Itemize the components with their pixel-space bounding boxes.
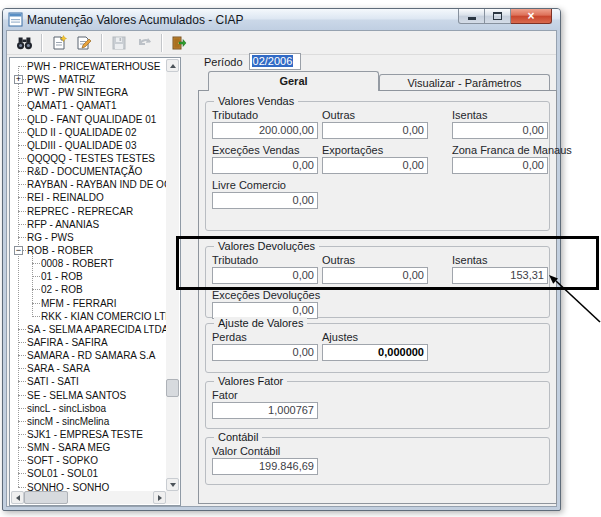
tree-item-rg-pws[interactable]: RG - PWS: [11, 231, 166, 244]
field-fator-input[interactable]: 1,000767: [212, 402, 318, 419]
field-exportacoes-input[interactable]: 0,00: [322, 157, 428, 174]
collapse-icon[interactable]: −: [14, 246, 23, 255]
field-excecoes-vendas-input[interactable]: 0,00: [212, 157, 318, 174]
scroll-left-button[interactable]: [11, 491, 24, 504]
tree-item-mfm-ferrari[interactable]: MFM - FERRARI: [11, 297, 166, 310]
tab-page-geral: Valores VendasTributado200.000,00Outras0…: [198, 90, 557, 504]
tree-item-qamat1-qamat1[interactable]: QAMAT1 - QAMAT1: [11, 99, 166, 112]
scroll-right-button[interactable]: [153, 491, 166, 504]
tree-item-pws-matriz[interactable]: +PWS - MATRIZ: [11, 73, 166, 86]
tree-item-label: PWT - PW SINTEGRA: [27, 87, 128, 98]
search-button[interactable]: [12, 32, 36, 54]
field-tributado-input[interactable]: 0,00: [212, 267, 318, 284]
expand-icon[interactable]: +: [14, 75, 23, 84]
tree-horizontal-scrollbar[interactable]: [11, 491, 166, 504]
tree-item-label: REPREC - REPRECAR: [27, 206, 133, 217]
tree-item-label: RAYBAN - RAYBAN IND DE OCULO: [27, 179, 166, 190]
tree-item-smn-sara-meg[interactable]: SMN - SARA MEG: [11, 441, 166, 454]
tree-item-soft-sopko[interactable]: SOFT - SOPKO: [11, 454, 166, 467]
tree-item-label: RFP - ANANIAS: [27, 219, 99, 230]
save-icon: [111, 35, 127, 51]
close-button[interactable]: ×: [511, 9, 552, 24]
periodo-input[interactable]: 02/2006: [249, 53, 301, 70]
field-isentas-input[interactable]: 0,00: [452, 122, 548, 139]
scroll-up-button[interactable]: [166, 59, 179, 72]
tree-item-label: SOFT - SOPKO: [27, 455, 98, 466]
new-button[interactable]: [47, 32, 71, 54]
tree-item-label: SOL01 - SOL01: [27, 468, 98, 479]
field-zona-franca-de-manaus-input[interactable]: 0,00: [452, 157, 548, 174]
tree-item-rkk-kian-comercio-ltda[interactable]: RKK - KIAN COMERCIO LTDA: [11, 310, 166, 323]
tree-item-sincl-sinclisboa[interactable]: sincL - sincLisboa: [11, 402, 166, 415]
tab-label: Geral: [279, 75, 307, 87]
tree-item-01-rob[interactable]: 01 - ROB: [11, 270, 166, 283]
field-isentas-input[interactable]: 153,31: [452, 267, 548, 284]
vertical-scroll-thumb[interactable]: [166, 379, 179, 397]
tree-item-02-rob[interactable]: 02 - ROB: [11, 283, 166, 296]
field-label: Perdas: [212, 332, 318, 343]
undo-button[interactable]: [132, 32, 156, 54]
tree-item-safira-safira[interactable]: SAFIRA - SAFIRA: [11, 336, 166, 349]
tree-item-sjk1-empresa-teste[interactable]: SJK1 - EMPRESA TESTE: [11, 428, 166, 441]
tree-item-sa-selma-aparecida-ltda[interactable]: SA - SELMA APARECIDA LTDA: [11, 323, 166, 336]
tree-item-rayban-rayban-ind-de-oculo[interactable]: RAYBAN - RAYBAN IND DE OCULO: [11, 178, 166, 191]
field-livre-comercio-input[interactable]: 0,00: [212, 192, 318, 209]
toolbar-separator: [41, 34, 42, 52]
field-exportacoes: Exportações0,00: [322, 145, 428, 174]
minimize-button[interactable]: [458, 9, 485, 24]
field-excecoes-devolucoes: Exceções Devoluções0,00: [212, 290, 318, 319]
field-perdas-input[interactable]: 0,00: [212, 344, 318, 361]
edit-button[interactable]: [72, 32, 96, 54]
group-valores-vendas: Valores VendasTributado200.000,00Outras0…: [205, 101, 550, 231]
field-ajustes-input[interactable]: 0,000000: [322, 344, 428, 361]
tree-item-rei-reinaldo[interactable]: REI - REINALDO: [11, 191, 166, 204]
tree-item-qld-ii-qualidade-02[interactable]: QLD II - QUALIDADE 02: [11, 126, 166, 139]
tree-item-label: 0008 - ROBERT: [41, 258, 114, 269]
toolbar-separator: [101, 34, 102, 52]
tree-item-r-d-documentacao[interactable]: R&D - DOCUMENTAÇÃO: [11, 165, 166, 178]
title-bar[interactable]: Manutenção Valores Acumulados - CIAP ×: [3, 9, 560, 30]
tree-item-sara-sara[interactable]: SARA - SARA: [11, 362, 166, 375]
tree-item-qqqqq-testes-testes[interactable]: QQQQQ - TESTES TESTES: [11, 152, 166, 165]
horizontal-scroll-thumb[interactable]: [24, 491, 68, 504]
tree-item-sol01-sol01[interactable]: SOL01 - SOL01: [11, 467, 166, 480]
tree-item-label: QLDIII - QUALIDADE 03: [27, 140, 136, 151]
tree-item-rfp-ananias[interactable]: RFP - ANANIAS: [11, 218, 166, 231]
tree-item-label: 01 - ROB: [41, 271, 83, 282]
tree-item-sincm-sincmelina[interactable]: sincM - sincMelina: [11, 415, 166, 428]
maximize-button[interactable]: [485, 9, 511, 24]
tree-vertical-scrollbar[interactable]: [166, 59, 179, 491]
save-button[interactable]: [107, 32, 131, 54]
tree-item-pwt-pw-sintegra[interactable]: PWT - PW SINTEGRA: [11, 86, 166, 99]
tree-item-label: QAMAT1 - QAMAT1: [27, 100, 117, 111]
periodo-label: Período: [204, 56, 243, 68]
tree-item-label: SAFIRA - SAFIRA: [27, 337, 108, 348]
tree-item-reprec-reprecar[interactable]: REPREC - REPRECAR: [11, 205, 166, 218]
tree-item-qldiii-qualidade-03[interactable]: QLDIII - QUALIDADE 03: [11, 139, 166, 152]
tree-item-label: SE - SELMA SANTOS: [27, 390, 126, 401]
scroll-down-button[interactable]: [166, 478, 179, 491]
binoculars-icon: [16, 35, 33, 51]
tab-geral[interactable]: Geral: [208, 71, 379, 91]
maximize-icon: [493, 12, 502, 20]
tab-strip: Geral Visualizar - Parâmetros: [204, 71, 552, 91]
field-label: Tributado: [212, 110, 318, 121]
tree-item-sati-sati[interactable]: SATI - SATI: [11, 375, 166, 388]
field-outras-input[interactable]: 0,00: [322, 267, 428, 284]
tree-item-samara-rd-samara-s-a[interactable]: SAMARA - RD SAMARA S.A: [11, 349, 166, 362]
field-outras-input[interactable]: 0,00: [322, 122, 428, 139]
tree-item-label: 02 - ROB: [41, 284, 83, 295]
field-label: Isentas: [452, 255, 548, 266]
field-tributado-input[interactable]: 200.000,00: [212, 122, 318, 139]
tree-item-sonho-sonho[interactable]: SONHO - SONHO: [11, 481, 166, 492]
edit-document-icon: [76, 35, 92, 51]
tree-item-0008-robert[interactable]: 0008 - ROBERT: [11, 257, 166, 270]
tab-visualizar-parametros[interactable]: Visualizar - Parâmetros: [379, 74, 550, 91]
tree-item-se-selma-santos[interactable]: SE - SELMA SANTOS: [11, 389, 166, 402]
exit-button[interactable]: [167, 32, 191, 54]
tree-item-pwh-pricewaterhouse[interactable]: PWH - PRICEWATERHOUSE: [11, 60, 166, 73]
tree-item-rob-rober[interactable]: −ROB - ROBER: [11, 244, 166, 257]
tree-item-qld-fant-qualidade-01[interactable]: QLD - FANT QUALIDADE 01: [11, 113, 166, 126]
group-ajuste-de-valores: Ajuste de ValoresPerdas0,00Ajustes0,0000…: [205, 323, 550, 373]
field-valor-contabil-input[interactable]: 199.846,69: [212, 458, 318, 475]
